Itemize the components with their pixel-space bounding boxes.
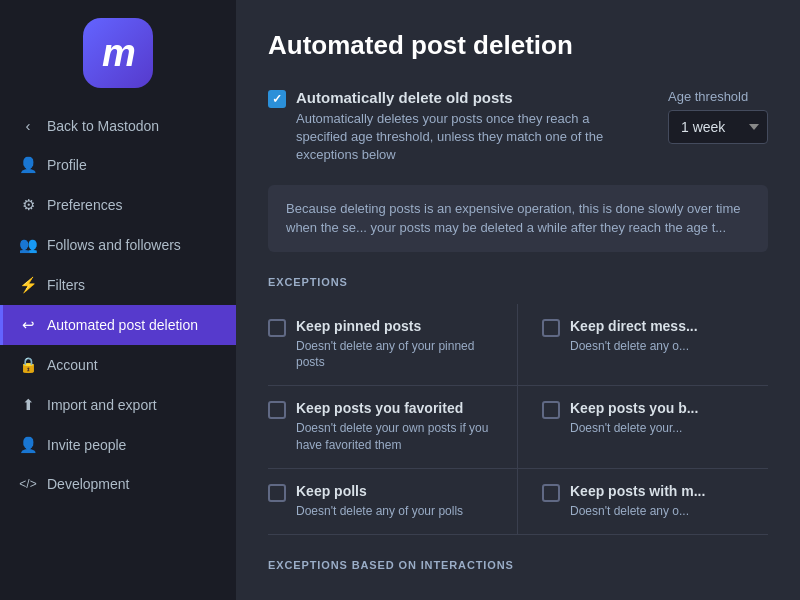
exception-direct-checkbox[interactable] [542, 319, 560, 337]
age-threshold-section: Age threshold 1 day 1 week 2 weeks 1 mon… [668, 89, 768, 144]
code-icon: </> [19, 477, 37, 491]
age-threshold-select[interactable]: 1 day 1 week 2 weeks 1 month 3 months 6 … [668, 110, 768, 144]
import-export-icon: ⬆ [19, 396, 37, 414]
logo-letter: m [102, 32, 134, 75]
sidebar-item-development[interactable]: </> Development [0, 465, 236, 503]
auto-delete-text: Automatically delete old posts Automatic… [296, 89, 628, 165]
exception-media-checkbox[interactable] [542, 484, 560, 502]
auto-delete-option: Automatically delete old posts Automatic… [268, 89, 628, 165]
sidebar-item-profile[interactable]: 👤 Profile [0, 145, 236, 185]
sidebar-item-filters-label: Filters [47, 277, 85, 293]
exceptions-grid: Keep pinned posts Doesn't delete any of … [268, 304, 768, 535]
exception-favorited: Keep posts you favorited Doesn't delete … [268, 386, 518, 469]
exception-direct-desc: Doesn't delete any o... [570, 338, 698, 355]
sidebar-item-invite-label: Invite people [47, 437, 126, 453]
sidebar-item-back-label: Back to Mastodon [47, 118, 159, 134]
sidebar-navigation: ‹ Back to Mastodon 👤 Profile ⚙ Preferenc… [0, 102, 236, 600]
exception-direct-text: Keep direct mess... Doesn't delete any o… [570, 318, 698, 355]
exception-pinned-desc: Doesn't delete any of your pinned posts [296, 338, 493, 372]
page-title: Automated post deletion [268, 30, 768, 61]
exception-polls-desc: Doesn't delete any of your polls [296, 503, 463, 520]
exception-boosted-text: Keep posts you b... Doesn't delete your.… [570, 400, 698, 437]
lock-icon: 🔒 [19, 356, 37, 374]
auto-delete-description: Automatically deletes your posts once th… [296, 110, 628, 165]
sidebar-item-auto-delete[interactable]: ↩ Automated post deletion [0, 305, 236, 345]
exception-pinned-label: Keep pinned posts [296, 318, 493, 334]
sidebar-item-import-export-label: Import and export [47, 397, 157, 413]
mastodon-logo: m [83, 18, 153, 88]
exception-direct: Keep direct mess... Doesn't delete any o… [518, 304, 768, 387]
sidebar-item-preferences-label: Preferences [47, 197, 122, 213]
info-message: Because deleting posts is an expensive o… [268, 185, 768, 252]
exception-boosted: Keep posts you b... Doesn't delete your.… [518, 386, 768, 469]
exception-favorited-checkbox[interactable] [268, 401, 286, 419]
person-icon: 👤 [19, 156, 37, 174]
exception-media-label: Keep posts with m... [570, 483, 705, 499]
exception-pinned: Keep pinned posts Doesn't delete any of … [268, 304, 518, 387]
gear-icon: ⚙ [19, 196, 37, 214]
auto-delete-icon: ↩ [19, 316, 37, 334]
exceptions-label: EXCEPTIONS [268, 276, 768, 288]
exception-media-desc: Doesn't delete any o... [570, 503, 705, 520]
exception-polls-label: Keep polls [296, 483, 463, 499]
exception-pinned-text: Keep pinned posts Doesn't delete any of … [296, 318, 493, 372]
sidebar-item-follows-label: Follows and followers [47, 237, 181, 253]
exception-boosted-label: Keep posts you b... [570, 400, 698, 416]
sidebar-item-filters[interactable]: ⚡ Filters [0, 265, 236, 305]
sidebar: m ‹ Back to Mastodon 👤 Profile ⚙ Prefere… [0, 0, 236, 600]
exception-favorited-text: Keep posts you favorited Doesn't delete … [296, 400, 493, 454]
people-icon: 👥 [19, 236, 37, 254]
exception-polls-checkbox[interactable] [268, 484, 286, 502]
exception-polls-text: Keep polls Doesn't delete any of your po… [296, 483, 463, 520]
exception-media: Keep posts with m... Doesn't delete any … [518, 469, 768, 535]
auto-delete-label: Automatically delete old posts [296, 89, 628, 106]
sidebar-item-auto-delete-label: Automated post deletion [47, 317, 198, 333]
main-content: Automated post deletion Automatically de… [236, 0, 800, 600]
filter-icon: ⚡ [19, 276, 37, 294]
info-message-text: Because deleting posts is an expensive o… [286, 201, 741, 236]
sidebar-item-follows[interactable]: 👥 Follows and followers [0, 225, 236, 265]
back-icon: ‹ [19, 117, 37, 134]
sidebar-item-profile-label: Profile [47, 157, 87, 173]
exception-boosted-desc: Doesn't delete your... [570, 420, 698, 437]
age-threshold-label: Age threshold [668, 89, 768, 104]
exception-media-text: Keep posts with m... Doesn't delete any … [570, 483, 705, 520]
auto-delete-section: Automatically delete old posts Automatic… [268, 89, 768, 165]
sidebar-item-back[interactable]: ‹ Back to Mastodon [0, 106, 236, 145]
exception-favorited-desc: Doesn't delete your own posts if you hav… [296, 420, 493, 454]
exception-favorited-label: Keep posts you favorited [296, 400, 493, 416]
sidebar-item-invite[interactable]: 👤 Invite people [0, 425, 236, 465]
sidebar-item-import-export[interactable]: ⬆ Import and export [0, 385, 236, 425]
exception-polls: Keep polls Doesn't delete any of your po… [268, 469, 518, 535]
sidebar-item-account[interactable]: 🔒 Account [0, 345, 236, 385]
logo-area: m [0, 0, 236, 102]
invite-icon: 👤 [19, 436, 37, 454]
exception-direct-label: Keep direct mess... [570, 318, 698, 334]
sidebar-item-preferences[interactable]: ⚙ Preferences [0, 185, 236, 225]
exception-boosted-checkbox[interactable] [542, 401, 560, 419]
sidebar-item-account-label: Account [47, 357, 98, 373]
exception-pinned-checkbox[interactable] [268, 319, 286, 337]
interactions-label: EXCEPTIONS BASED ON INTERACTIONS [268, 559, 768, 571]
sidebar-item-development-label: Development [47, 476, 130, 492]
auto-delete-checkbox[interactable] [268, 90, 286, 108]
